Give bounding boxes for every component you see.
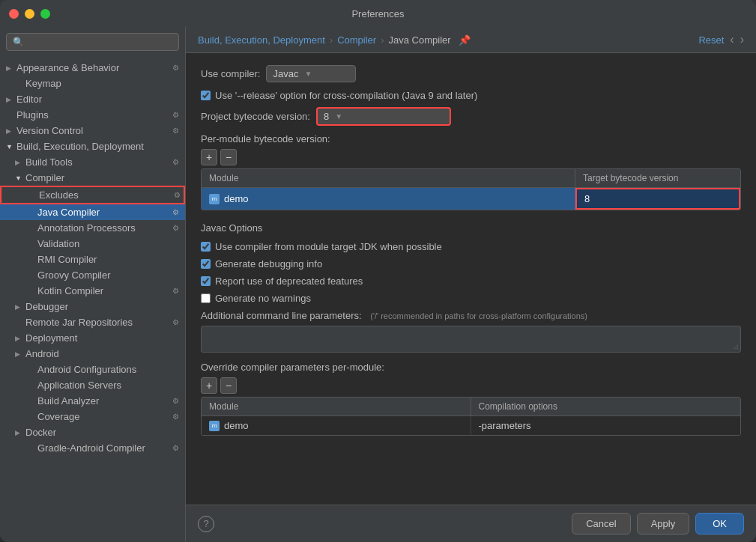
opt1-checkbox[interactable]: [201, 242, 211, 252]
sidebar-item-label: Appearance & Behavior: [16, 62, 119, 73]
module-cell: m demo: [202, 188, 575, 210]
sidebar-item-label: Java Compiler: [37, 207, 100, 218]
sidebar-item-java-compiler[interactable]: ▶ Java Compiler ⚙: [0, 204, 185, 220]
preferences-window: Preferences 🔍 ▶ Appearance & Behavior ⚙ …: [0, 0, 756, 542]
sidebar-item-label: Compiler: [25, 172, 64, 183]
opt3-checkbox[interactable]: [201, 276, 211, 286]
sidebar-item-version-control[interactable]: ▶ Version Control ⚙: [0, 123, 185, 138]
pin-icon[interactable]: 📌: [459, 34, 471, 46]
bottom-bar: ? Cancel Apply OK: [186, 505, 756, 542]
sidebar-item-label: Build, Execution, Deployment: [16, 141, 144, 152]
sidebar-item-debugger[interactable]: ▶ Debugger: [0, 299, 185, 314]
tree-arrow: ▶: [6, 64, 13, 72]
settings-icon: ⚙: [172, 224, 179, 232]
compilation-cell: -parameters: [471, 416, 741, 435]
settings-icon: ⚙: [172, 158, 179, 166]
sidebar-item-rmi-compiler[interactable]: ▶ RMI Compiler: [0, 252, 185, 267]
sidebar-item-editor[interactable]: ▶ Editor: [0, 91, 185, 107]
apply-button[interactable]: Apply: [637, 513, 690, 535]
add-module-button[interactable]: +: [201, 149, 217, 165]
opt4-row: Generate no warnings: [201, 293, 741, 304]
settings-icon: ⚙: [172, 318, 179, 326]
sidebar-item-build-tools[interactable]: ▶ Build Tools ⚙: [0, 154, 185, 170]
sidebar-item-label: Android: [25, 348, 59, 359]
sidebar-item-build-analyzer[interactable]: ▶ Build Analyzer ⚙: [0, 393, 185, 409]
sidebar-item-coverage[interactable]: ▶ Coverage ⚙: [0, 409, 185, 424]
forward-button[interactable]: ›: [740, 33, 744, 46]
sidebar-item-kotlin-compiler[interactable]: ▶ Kotlin Compiler ⚙: [0, 283, 185, 299]
content-area: Use compiler: Javac ▼ Use '--release' op…: [186, 53, 756, 505]
compiler-dropdown[interactable]: Javac ▼: [266, 65, 356, 82]
cancel-button[interactable]: Cancel: [572, 513, 630, 535]
cross-compile-checkbox[interactable]: [201, 91, 211, 100]
help-button[interactable]: ?: [198, 516, 214, 532]
module-col-header: Module: [202, 169, 575, 187]
sidebar-item-label: Keymap: [25, 78, 61, 89]
breadcrumb-compiler[interactable]: Compiler: [337, 34, 376, 46]
settings-icon: ⚙: [172, 287, 179, 295]
sidebar-item-build[interactable]: ▼ Build, Execution, Deployment: [0, 138, 185, 154]
remove-module-button[interactable]: −: [220, 149, 237, 165]
sidebar-item-app-servers[interactable]: ▶ Application Servers: [0, 377, 185, 393]
use-compiler-row: Use compiler: Javac ▼: [201, 65, 741, 82]
sidebar-item-keymap[interactable]: ▶ Keymap: [0, 76, 185, 91]
sidebar-item-groovy-compiler[interactable]: ▶ Groovy Compiler: [0, 267, 185, 283]
minimize-button[interactable]: [25, 9, 34, 19]
search-input[interactable]: [28, 37, 172, 47]
sidebar-item-label: Debugger: [25, 301, 68, 312]
table1-controls: + −: [201, 149, 741, 165]
reset-button[interactable]: Reset: [698, 34, 724, 46]
opt1-label: Use compiler from module target JDK when…: [215, 241, 442, 252]
table2-controls: + −: [201, 377, 741, 394]
ok-button[interactable]: OK: [695, 513, 744, 535]
sidebar-item-android-config[interactable]: ▶ Android Configurations: [0, 362, 185, 377]
remove-override-button[interactable]: −: [220, 377, 237, 394]
window-controls: [9, 9, 50, 19]
sidebar-item-label: Validation: [37, 238, 79, 249]
javac-options-title: Javac Options: [201, 222, 741, 234]
sidebar-item-label: Kotlin Compiler: [37, 285, 103, 296]
tree-arrow: ▶: [15, 429, 22, 436]
sidebar-item-label: Build Analyzer: [37, 395, 99, 406]
settings-icon: ⚙: [172, 208, 179, 216]
override-table-row[interactable]: m demo -parameters: [202, 416, 740, 435]
opt2-checkbox[interactable]: [201, 259, 211, 269]
settings-icon: ⚙: [172, 111, 179, 119]
settings-icon: ⚙: [172, 127, 179, 135]
sidebar-item-label: Android Configurations: [37, 364, 136, 375]
sidebar-item-validation[interactable]: ▶ Validation: [0, 236, 185, 252]
breadcrumb-sep2: ›: [381, 34, 384, 46]
search-box[interactable]: 🔍: [6, 33, 179, 51]
sidebar-item-gradle-android[interactable]: ▶ Gradle-Android Compiler ⚙: [0, 440, 185, 456]
sidebar-item-android[interactable]: ▶ Android: [0, 346, 185, 362]
tree-arrow: ▶: [15, 335, 22, 342]
additional-params-label: Additional command line parameters:: [201, 310, 362, 321]
sidebar-item-deployment[interactable]: ▶ Deployment: [0, 330, 185, 346]
sidebar-item-excludes[interactable]: ▶ Excludes ⚙: [0, 186, 185, 204]
add-override-button[interactable]: +: [201, 377, 217, 394]
per-module-label: Per-module bytecode version:: [201, 133, 741, 144]
target-bytecode-col-header: Target bytecode version: [575, 169, 740, 187]
maximize-button[interactable]: [40, 9, 50, 19]
module-col2-header: Module: [202, 398, 471, 415]
sidebar-item-plugins[interactable]: ▶ Plugins ⚙: [0, 107, 185, 123]
sidebar-item-remote-jar[interactable]: ▶ Remote Jar Repositories ⚙: [0, 314, 185, 330]
sidebar-item-annotation-processors[interactable]: ▶ Annotation Processors ⚙: [0, 220, 185, 236]
table-row[interactable]: m demo 8: [202, 188, 740, 210]
opt4-checkbox[interactable]: [201, 293, 211, 303]
bytecode-cell-value: 8: [584, 193, 590, 204]
breadcrumb-actions: Reset ‹ ›: [698, 33, 744, 46]
params-text-area[interactable]: ⊿: [201, 326, 741, 353]
bytecode-dropdown[interactable]: 8 ▼: [316, 107, 451, 126]
sidebar-item-appearance[interactable]: ▶ Appearance & Behavior ⚙: [0, 60, 185, 76]
sidebar-item-label: Groovy Compiler: [37, 270, 111, 281]
back-button[interactable]: ‹: [730, 33, 734, 46]
close-button[interactable]: [9, 9, 19, 19]
tree-arrow: ▼: [6, 143, 13, 150]
breadcrumb-build[interactable]: Build, Execution, Deployment: [198, 34, 325, 46]
override-label: Override compiler parameters per-module:: [201, 362, 741, 373]
sidebar-item-docker[interactable]: ▶ Docker: [0, 424, 185, 440]
sidebar-item-compiler[interactable]: ▼ Compiler: [0, 170, 185, 186]
override-table: Module Compilation options m demo -param…: [201, 397, 741, 436]
per-module-table: Module Target bytecode version m demo 8: [201, 168, 741, 210]
